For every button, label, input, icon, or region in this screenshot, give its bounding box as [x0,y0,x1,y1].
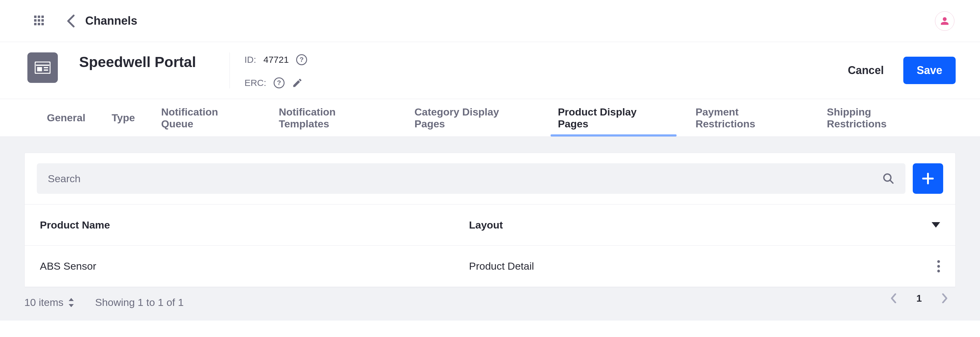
cancel-button[interactable]: Cancel [843,64,889,77]
column-product-name[interactable]: Product Name [40,219,469,231]
prev-page-button[interactable] [883,287,905,309]
tab-product-display-pages[interactable]: Product Display Pages [557,99,670,136]
svg-point-9 [937,270,940,272]
search-icon[interactable] [882,172,895,185]
plus-icon [921,171,935,186]
next-page-button[interactable] [934,287,956,309]
edit-erc-icon[interactable] [292,77,303,88]
search-input[interactable] [47,172,882,185]
back-button[interactable] [63,14,78,28]
user-avatar[interactable] [935,11,955,31]
id-label: ID: [244,54,256,65]
items-per-page[interactable]: 10 items [24,297,74,308]
user-icon [940,16,949,26]
tab-payment-restrictions[interactable]: Payment Restrictions [694,99,802,136]
svg-rect-2 [37,67,42,71]
row-actions-icon[interactable] [922,260,940,272]
erc-help-icon[interactable]: ? [274,77,285,88]
id-help-icon[interactable]: ? [296,54,307,65]
tab-shipping-restrictions[interactable]: Shipping Restrictions [826,99,934,136]
svg-point-7 [937,260,940,263]
save-button[interactable]: Save [903,57,956,84]
channel-icon [27,53,58,83]
tab-notification-templates[interactable]: Notification Templates [278,99,390,136]
svg-point-8 [937,265,940,268]
updown-icon [68,298,74,307]
sort-icon[interactable] [922,222,940,228]
tab-category-display-pages[interactable]: Category Display Pages [413,99,533,136]
tab-general[interactable]: General [46,99,87,136]
tab-notification-queue[interactable]: Notification Queue [160,99,253,136]
channel-name: Speedwell Portal [79,53,196,70]
showing-label: Showing 1 to 1 of 1 [95,297,184,308]
items-per-page-label: 10 items [24,297,64,308]
apps-menu-icon[interactable] [34,16,45,27]
id-value: 47721 [263,54,288,65]
column-layout[interactable]: Layout [469,219,922,231]
tab-type[interactable]: Type [110,99,136,136]
svg-line-6 [890,180,893,183]
current-page[interactable]: 1 [908,287,930,309]
cell-layout: Product Detail [469,260,922,272]
section-title: Channels [85,14,137,27]
erc-label: ERC: [244,78,266,88]
add-button[interactable] [913,163,943,194]
table-row[interactable]: ABS Sensor Product Detail [25,246,955,287]
cell-product-name: ABS Sensor [40,260,469,272]
